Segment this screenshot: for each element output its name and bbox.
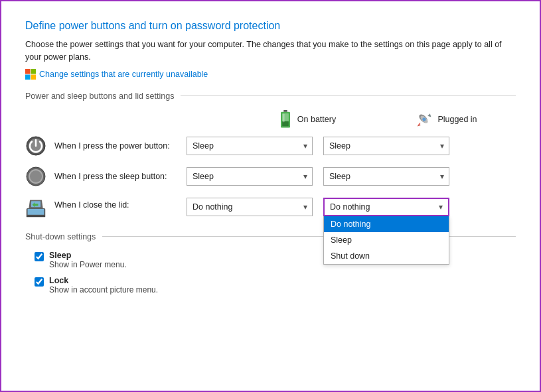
section1-header: Power and sleep buttons and lid settings <box>25 92 516 101</box>
svg-rect-22 <box>27 215 45 217</box>
sleep-checkbox-label: Sleep <box>49 251 127 260</box>
page-subtitle: Choose the power settings that you want … <box>25 38 516 64</box>
dropdown-item-sleep[interactable]: Sleep <box>324 232 449 248</box>
svg-rect-8 <box>283 113 285 122</box>
shield-icon <box>25 69 36 80</box>
lid-label: When I close the lid: <box>54 200 184 210</box>
power-plugged-select-wrap: Sleep Do nothing Hibernate Shut down <box>323 137 449 155</box>
plug-icon <box>415 110 433 129</box>
sleep-button-row: When I press the sleep button: Sleep Do … <box>25 166 516 187</box>
main-container: Define power buttons and turn on passwor… <box>0 0 541 392</box>
power-button-row: When I press the power button: Sleep Do … <box>25 135 516 157</box>
power-plugged-select[interactable]: Sleep Do nothing Hibernate Shut down <box>323 137 449 155</box>
power-button-icon <box>25 135 46 157</box>
columns-header: On battery Plugged in <box>25 110 516 129</box>
lid-plugged-selected: Do nothing <box>330 202 370 212</box>
pluggedin-column-label: Plugged in <box>376 110 516 129</box>
dropdown-item-shutdown[interactable]: Shut down <box>324 248 449 264</box>
page-title: Define power buttons and turn on passwor… <box>25 20 516 32</box>
battery-icon <box>277 110 293 129</box>
section1-divider <box>181 96 516 96</box>
shutdown-divider <box>102 236 516 237</box>
sleep-battery-select-wrap: Sleep Do nothing Hibernate Shut down <box>187 167 313 186</box>
sleep-checkbox[interactable] <box>35 252 44 261</box>
power-battery-select[interactable]: Sleep Do nothing Hibernate Shut down <box>187 137 313 155</box>
sleep-button-dropdowns: Sleep Do nothing Hibernate Shut down Sle… <box>187 167 449 186</box>
power-button-dropdowns: Sleep Do nothing Hibernate Shut down Sle… <box>187 137 449 155</box>
sleep-checkbox-labels: Sleep Show in Power menu. <box>49 251 127 269</box>
lid-battery-select[interactable]: Do nothing Sleep Hibernate Shut down <box>187 198 313 216</box>
sleep-button-label: When I press the sleep button: <box>54 172 184 181</box>
sleep-button-icon <box>25 166 46 187</box>
sleep-plugged-select-wrap: Sleep Do nothing Hibernate Shut down <box>323 167 449 186</box>
svg-rect-2 <box>25 74 31 80</box>
svg-rect-3 <box>31 74 37 80</box>
dropdown-item-donothing[interactable]: Do nothing <box>324 216 449 232</box>
lock-checkbox-label: Lock <box>49 276 158 285</box>
lock-checkbox-labels: Lock Show in account picture menu. <box>49 276 158 294</box>
power-battery-select-wrap: Sleep Do nothing Hibernate Shut down <box>187 137 313 155</box>
power-button-label: When I press the power button: <box>54 141 184 151</box>
svg-marker-13 <box>428 113 431 117</box>
lock-checkbox-sub: Show in account picture menu. <box>49 285 158 294</box>
svg-point-19 <box>30 170 42 182</box>
svg-rect-1 <box>31 69 37 74</box>
change-settings-link[interactable]: Change settings that are currently unava… <box>25 69 516 80</box>
sleep-battery-select[interactable]: Sleep Do nothing Hibernate Shut down <box>187 167 313 186</box>
svg-rect-0 <box>25 69 31 74</box>
lid-battery-select-wrap: Do nothing Sleep Hibernate Shut down <box>187 198 313 216</box>
svg-rect-21 <box>28 208 44 214</box>
svg-rect-4 <box>283 110 287 112</box>
lock-checkbox[interactable] <box>35 277 44 287</box>
lid-icon <box>25 198 46 219</box>
lid-row: When I close the lid: Do nothing Sleep H… <box>25 196 516 219</box>
battery-column-label: On battery <box>237 110 376 129</box>
sleep-plugged-select[interactable]: Sleep Do nothing Hibernate Shut down <box>323 167 449 186</box>
lid-dropdowns: Do nothing Sleep Hibernate Shut down Do … <box>187 198 449 216</box>
sleep-checkbox-sub: Show in Power menu. <box>49 260 127 269</box>
dropdown-arrow-icon: ▾ <box>439 202 443 212</box>
svg-marker-14 <box>418 123 421 126</box>
lid-plugged-dropdown-wrap[interactable]: Do nothing ▾ Do nothing Sleep Shut down <box>323 198 449 216</box>
lid-plugged-dropdown-list: Do nothing Sleep Shut down <box>323 216 449 265</box>
lid-plugged-dropdown-btn[interactable]: Do nothing ▾ <box>323 198 449 216</box>
lock-checkbox-row: Lock Show in account picture menu. <box>25 276 516 294</box>
